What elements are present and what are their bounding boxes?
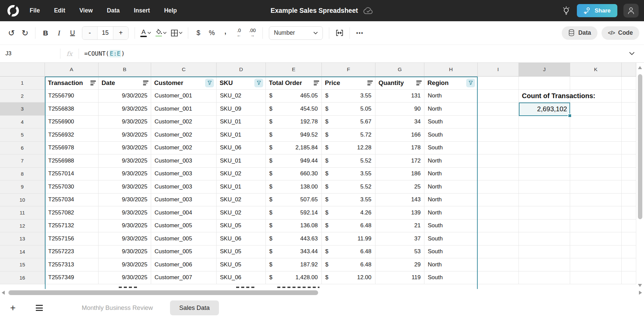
cell-I16[interactable]	[478, 271, 519, 285]
increase-font-button[interactable]: +	[113, 27, 128, 39]
cell-I8[interactable]	[478, 168, 519, 181]
cell-C13[interactable]: Customer_005	[151, 232, 217, 245]
cell-x11[interactable]	[622, 206, 636, 220]
cell-x12[interactable]	[622, 220, 636, 233]
cell-F14[interactable]: $6.48	[322, 245, 375, 259]
cell-H1[interactable]: Region	[424, 77, 478, 90]
cell-G11[interactable]: 139	[375, 206, 424, 220]
fill-color-button[interactable]	[153, 26, 169, 40]
cell-E7[interactable]: $949.44	[266, 154, 322, 168]
fill-handle[interactable]	[568, 114, 572, 118]
cell-H9[interactable]: North	[424, 180, 478, 194]
cell-I9[interactable]	[478, 180, 519, 194]
row-header-9[interactable]: 9	[0, 180, 45, 194]
cell-H2[interactable]: North	[424, 90, 478, 103]
cell-x10[interactable]	[622, 194, 636, 207]
cell-x6[interactable]	[622, 142, 636, 155]
filter-menu-icon[interactable]	[90, 81, 96, 85]
data-panel-button[interactable]: Data	[562, 26, 597, 40]
cell-I7[interactable]	[478, 154, 519, 168]
cell-J10[interactable]	[519, 194, 570, 207]
cell-B1[interactable]: Date	[99, 77, 151, 90]
cell-K5[interactable]	[570, 128, 622, 142]
cell-A5[interactable]: T2556932	[45, 128, 99, 142]
row-header-12[interactable]: 12	[0, 220, 45, 233]
cell-J4[interactable]	[519, 116, 570, 129]
cell-A2[interactable]: T2556790	[45, 90, 99, 103]
cell-C8[interactable]: Customer_003	[151, 168, 217, 181]
cell-J8[interactable]	[519, 168, 570, 181]
cell-E9[interactable]: $138.00	[266, 180, 322, 194]
cell-J9[interactable]	[519, 180, 570, 194]
redo-button[interactable]: ↻	[18, 26, 32, 40]
column-header-A[interactable]: A	[45, 63, 99, 77]
number-format-select[interactable]: Number	[269, 26, 323, 40]
column-header-G[interactable]: G	[375, 63, 424, 77]
cell-I14[interactable]	[478, 245, 519, 259]
scroll-down-arrow[interactable]	[638, 284, 642, 287]
cell-F10[interactable]: $3.55	[322, 194, 375, 207]
cell-H10[interactable]: North	[424, 194, 478, 207]
decrease-decimals-button[interactable]: .0←	[232, 26, 246, 40]
cell-D7[interactable]: SKU_01	[217, 154, 266, 168]
cell-E11[interactable]: $592.14	[266, 206, 322, 220]
cell-E14[interactable]: $343.44	[266, 245, 322, 259]
row-header-6[interactable]: 6	[0, 142, 45, 155]
cell-D1[interactable]: SKU	[217, 77, 266, 90]
column-header-F[interactable]: F	[322, 63, 375, 77]
scroll-up-arrow[interactable]	[638, 66, 642, 69]
cell-G8[interactable]: 186	[375, 168, 424, 181]
menu-view[interactable]: View	[79, 7, 93, 14]
column-header-J[interactable]: J	[519, 63, 570, 77]
cell-F9[interactable]: $5.52	[322, 180, 375, 194]
formula-bar-expand-chevron[interactable]	[627, 45, 637, 62]
cell-D16[interactable]: SKU_06	[217, 271, 266, 285]
add-sheet-button[interactable]: +	[8, 303, 18, 313]
cell-A6[interactable]: T2556978	[45, 142, 99, 155]
cell-H15[interactable]: North	[424, 258, 478, 271]
cell-B5[interactable]: 9/30/2025	[99, 128, 151, 142]
cell-A14[interactable]: T2557223	[45, 245, 99, 259]
row-header-3[interactable]: 3	[0, 103, 45, 116]
column-header-I[interactable]: I	[478, 63, 519, 77]
cell-J5[interactable]	[519, 128, 570, 142]
cell-K9[interactable]	[570, 180, 622, 194]
cell-G2[interactable]: 131	[375, 90, 424, 103]
cell-B4[interactable]: 9/30/2025	[99, 116, 151, 129]
cell-C4[interactable]: Customer_002	[151, 116, 217, 129]
merge-cells-button[interactable]	[333, 26, 346, 40]
cell-E15[interactable]: $187.92	[266, 258, 322, 271]
share-button[interactable]: Share	[577, 4, 617, 17]
cell-D14[interactable]: SKU_05	[217, 245, 266, 259]
document-title[interactable]: Example Sales Spreadsheet	[271, 7, 358, 14]
cell-x7[interactable]	[622, 154, 636, 168]
column-header-H[interactable]: H	[424, 63, 478, 77]
cell-C1[interactable]: Customer	[151, 77, 217, 90]
bold-button[interactable]: B	[39, 26, 52, 40]
cell-C3[interactable]: Customer_001	[151, 103, 217, 116]
cell-B12[interactable]: 9/30/2025	[99, 220, 151, 233]
lightbulb-icon[interactable]	[562, 6, 571, 16]
cell-I13[interactable]	[478, 232, 519, 245]
menu-data[interactable]: Data	[107, 7, 120, 14]
cell-E6[interactable]: $2,185.84	[266, 142, 322, 155]
cell-K11[interactable]	[570, 206, 622, 220]
cell-A9[interactable]: T2557030	[45, 180, 99, 194]
cell-D13[interactable]: SKU_06	[217, 232, 266, 245]
cell-K1[interactable]	[570, 77, 622, 90]
currency-format-button[interactable]: $	[192, 26, 205, 40]
cell-B10[interactable]: 9/30/2025	[99, 194, 151, 207]
cell-E10[interactable]: $507.65	[266, 194, 322, 207]
cell-G9[interactable]: 25	[375, 180, 424, 194]
cell-I5[interactable]	[478, 128, 519, 142]
cell-A7[interactable]: T2556988	[45, 154, 99, 168]
cell-F8[interactable]: $3.55	[322, 168, 375, 181]
cell-E4[interactable]: $192.78	[266, 116, 322, 129]
vertical-scrollbar-thumb[interactable]	[638, 74, 642, 219]
sheet-tab-sales-data[interactable]: Sales Data	[170, 300, 219, 315]
cell-x8[interactable]	[622, 168, 636, 181]
cell-C5[interactable]: Customer_002	[151, 128, 217, 142]
cell-A8[interactable]: T2557014	[45, 168, 99, 181]
cell-C16[interactable]: Customer_007	[151, 271, 217, 285]
cell-E2[interactable]: $465.05	[266, 90, 322, 103]
